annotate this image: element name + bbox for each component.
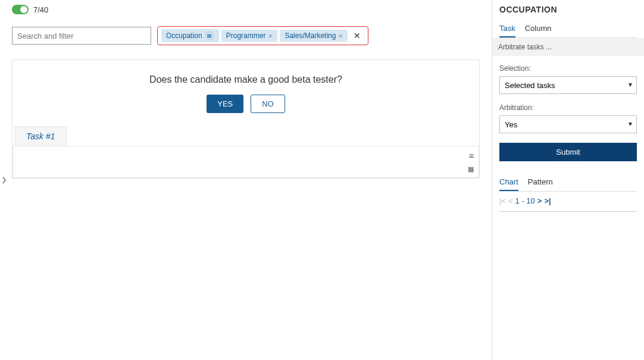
- yes-button[interactable]: YES: [207, 95, 243, 113]
- tab-pattern[interactable]: Pattern: [528, 174, 553, 191]
- filter-op-icon: ≅: [205, 31, 214, 40]
- sample-count: 7/40: [33, 5, 48, 14]
- task-tab[interactable]: Task #1: [15, 126, 67, 146]
- pager-first-icon[interactable]: |<: [499, 196, 506, 205]
- resize-handle-icon[interactable]: · · · · · · ·: [499, 165, 637, 170]
- expand-handle[interactable]: [0, 0, 8, 360]
- filter-value-pill-0[interactable]: Programmer ✕: [221, 30, 278, 42]
- tab-column[interactable]: Column: [525, 20, 552, 37]
- side-title: OCCUPATION: [499, 5, 637, 14]
- filter-value-pill-1[interactable]: Sales/Marketing ✕: [280, 30, 348, 42]
- submit-button[interactable]: Submit: [499, 143, 637, 161]
- sample-toggle[interactable]: [12, 5, 29, 14]
- side-panel: OCCUPATION Task Column Arbitrate tasks .…: [492, 0, 644, 360]
- menu-icon[interactable]: ≡: [469, 151, 474, 161]
- remove-icon[interactable]: ✕: [338, 33, 343, 39]
- tab-chart[interactable]: Chart: [499, 174, 518, 191]
- pager-last-icon[interactable]: >|: [544, 196, 551, 205]
- filter-group: Occupation ≅ Programmer ✕ Sales/Marketin…: [157, 26, 368, 45]
- tab-task[interactable]: Task: [499, 20, 515, 37]
- arbitration-select[interactable]: Yes: [499, 115, 637, 133]
- selection-label: Selection:: [499, 64, 637, 73]
- occupation-chart: [499, 210, 637, 213]
- filter-field-label: Occupation: [166, 32, 202, 40]
- clear-filter-icon[interactable]: ✕: [350, 31, 364, 40]
- no-button[interactable]: NO: [251, 95, 285, 113]
- question-text: Does the candidate make a good beta test…: [12, 74, 479, 85]
- selection-select[interactable]: Selected tasks: [499, 76, 637, 94]
- search-input[interactable]: [12, 27, 151, 45]
- filter-value-0: Programmer: [226, 32, 266, 40]
- pager-prev-icon[interactable]: <: [508, 196, 513, 205]
- pager: |< < 1 - 10 > >|: [499, 196, 637, 205]
- chart-tabs: Chart Pattern: [499, 174, 637, 192]
- pager-range: 1 - 10: [515, 196, 535, 205]
- data-table: ≡▦: [12, 146, 479, 178]
- column-header[interactable]: ≡▦: [13, 146, 479, 178]
- arbitration-label: Arbitration:: [499, 104, 637, 112]
- pager-next-icon[interactable]: >: [537, 196, 542, 205]
- task-card: Does the candidate make a good beta test…: [12, 60, 480, 179]
- remove-icon[interactable]: ✕: [268, 33, 273, 39]
- filter-value-1: Sales/Marketing: [285, 32, 336, 40]
- status-text: Arbitrate tasks ...: [492, 38, 644, 56]
- filter-field-pill[interactable]: Occupation ≅: [161, 29, 219, 42]
- grid-icon[interactable]: ▦: [468, 165, 474, 173]
- side-tabs: Task Column: [499, 20, 637, 38]
